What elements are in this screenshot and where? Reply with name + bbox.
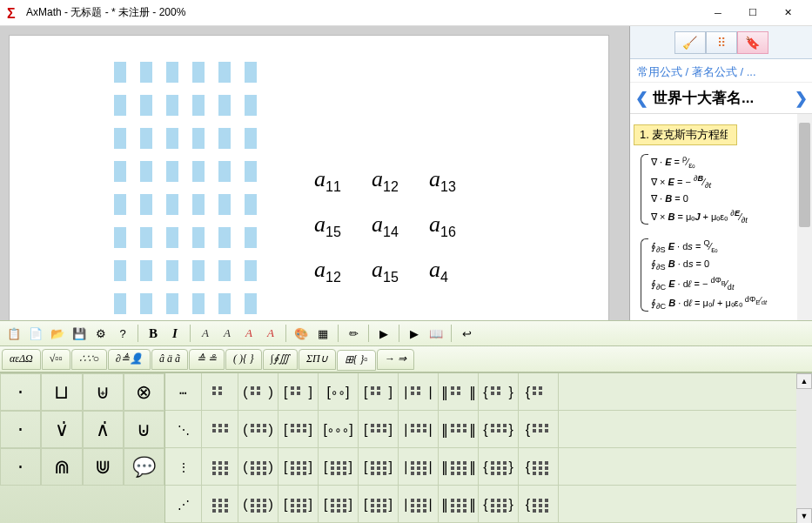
tb-btn-16[interactable]: ▦ xyxy=(312,324,333,343)
pal-cell-1-5[interactable]: [] xyxy=(359,411,399,448)
pal-cell-0-9[interactable]: { xyxy=(519,373,559,411)
palette-scrollbar[interactable]: ▲ ▼ xyxy=(796,373,812,523)
pal-cell-0-8[interactable]: {} xyxy=(479,373,519,411)
minimize-button[interactable]: ─ xyxy=(701,0,735,26)
pal-cell-2-3[interactable]: [] xyxy=(278,448,319,486)
pal-cell-1-9[interactable]: { xyxy=(519,411,559,448)
tb-btn-23[interactable]: 📖 xyxy=(426,324,446,343)
tb-btn-5[interactable]: ? xyxy=(112,324,133,343)
matrix-cell[interactable]: a12 xyxy=(372,166,399,195)
pal-cell-3-0[interactable]: ⋰ xyxy=(165,486,202,523)
pal-cell-0-1[interactable] xyxy=(202,373,238,411)
pal-cell-0-2[interactable]: () xyxy=(238,373,278,411)
pal-left-11[interactable]: 💬 xyxy=(124,448,164,486)
tab-5[interactable]: ≙ ≗ xyxy=(189,349,225,370)
pal-cell-0-7[interactable]: ‖‖ xyxy=(439,373,479,411)
pal-cell-2-0[interactable]: ⋮ xyxy=(165,448,202,486)
tab-3[interactable]: ∂≜👤 xyxy=(108,349,151,370)
pal-left-2[interactable]: ⊎ xyxy=(83,373,124,411)
matrix-cell[interactable]: a15 xyxy=(372,257,399,285)
pal-left-8[interactable]: ⋅ xyxy=(0,448,41,486)
pal-left-9[interactable]: ⋒ xyxy=(41,448,82,486)
pal-left-0[interactable]: ⋅ xyxy=(0,373,41,411)
tb-btn-8[interactable]: I xyxy=(164,324,185,343)
maxwell-int[interactable]: ∮∂S E · ds = Q⁄ε₀∮∂S B · ds = 0∮∂C E · d… xyxy=(634,237,809,312)
pal-cell-3-4[interactable]: [] xyxy=(319,486,359,523)
tb-btn-0[interactable]: 📋 xyxy=(3,324,24,343)
pal-left-5[interactable]: ∨̇ xyxy=(41,411,82,448)
pal-cell-3-7[interactable]: ‖‖ xyxy=(439,486,479,523)
matrix-cell[interactable]: a4 xyxy=(429,257,448,285)
pal-left-7[interactable]: ⊍ xyxy=(124,411,164,448)
tb-btn-18[interactable]: ✏ xyxy=(343,324,364,343)
tb-btn-25[interactable]: ↩ xyxy=(456,324,477,343)
rp-scrollbar[interactable] xyxy=(797,114,812,320)
maximize-button[interactable]: ☐ xyxy=(735,0,770,26)
tb-btn-15[interactable]: 🎨 xyxy=(291,324,312,343)
matrix-cell[interactable]: a16 xyxy=(429,211,456,240)
tab-7[interactable]: ∫∮∭ xyxy=(263,349,298,370)
pal-cell-3-6[interactable]: || xyxy=(399,486,439,523)
pal-cell-3-9[interactable]: { xyxy=(519,486,559,523)
tb-btn-1[interactable]: 📄 xyxy=(25,324,46,343)
editor-canvas[interactable]: // placeholder - marks drawn below via J… xyxy=(9,35,609,320)
pal-cell-1-0[interactable]: ⋱ xyxy=(165,411,202,448)
rp-tool-eraser[interactable]: 🧹 xyxy=(674,31,706,54)
close-button[interactable]: ✕ xyxy=(770,0,805,26)
tb-btn-11[interactable]: A xyxy=(217,324,238,343)
pal-cell-2-4[interactable]: [] xyxy=(319,448,359,486)
rp-section-1[interactable]: 1. 麦克斯韦方程组 xyxy=(634,124,737,145)
pal-left-10[interactable]: ⋓ xyxy=(83,448,124,486)
pal-cell-1-4[interactable]: [∘∘∘] xyxy=(319,411,359,448)
tab-4[interactable]: â ä ã xyxy=(151,349,188,370)
tab-2[interactable]: ∴∵○ xyxy=(71,349,107,370)
matrix-cell[interactable]: a14 xyxy=(372,211,399,240)
tb-btn-2[interactable]: 📂 xyxy=(47,324,68,343)
pal-cell-0-5[interactable]: [] xyxy=(359,373,399,411)
pal-cell-1-2[interactable]: () xyxy=(238,411,278,448)
pal-cell-2-2[interactable]: () xyxy=(238,448,278,486)
matrix-cell[interactable]: a12 xyxy=(314,257,341,285)
tb-btn-12[interactable]: A xyxy=(238,324,259,343)
pal-cell-1-6[interactable]: || xyxy=(399,411,439,448)
tb-btn-7[interactable]: B xyxy=(143,324,164,343)
pal-cell-2-7[interactable]: ‖‖ xyxy=(439,448,479,486)
tb-btn-4[interactable]: ⚙ xyxy=(91,324,111,343)
maxwell-diff[interactable]: ∇ · E = ρ⁄ε₀∇ × E = − ∂B⁄∂t∇ · B = 0∇ × … xyxy=(634,152,809,226)
tb-btn-3[interactable]: 💾 xyxy=(69,324,90,343)
tb-btn-13[interactable]: A xyxy=(260,324,281,343)
pal-cell-1-1[interactable] xyxy=(202,411,238,448)
tab-8[interactable]: ΣΠ∪ xyxy=(299,349,336,370)
tb-btn-20[interactable]: ▶ xyxy=(373,324,394,343)
rp-nav-prev[interactable]: ❮ xyxy=(634,89,649,108)
matrix-cell[interactable]: a15 xyxy=(314,211,341,240)
pal-left-4[interactable]: ⋅ xyxy=(0,411,41,448)
pal-cell-3-2[interactable]: () xyxy=(238,486,278,523)
pal-cell-1-3[interactable]: [] xyxy=(278,411,319,448)
tab-9[interactable]: ⊞{ }▫ xyxy=(337,350,376,371)
pal-cell-0-3[interactable]: [] xyxy=(278,373,319,411)
pal-left-3[interactable]: ⊗ xyxy=(124,373,164,411)
pal-cell-2-9[interactable]: { xyxy=(519,448,559,486)
pal-left-6[interactable]: ∧̇ xyxy=(83,411,124,448)
rp-nav-next[interactable]: ❯ xyxy=(793,89,809,108)
pal-cell-3-1[interactable] xyxy=(202,486,238,523)
tab-6[interactable]: ( ){ } xyxy=(225,349,262,370)
rp-tool-grid[interactable]: ⠿ xyxy=(706,31,737,54)
pal-cell-2-5[interactable]: [] xyxy=(359,448,399,486)
pal-cell-0-0[interactable]: ⋯ xyxy=(165,373,202,411)
matrix-cell[interactable]: a11 xyxy=(314,166,341,195)
pal-cell-0-4[interactable]: [∘∘] xyxy=(319,373,359,411)
tab-1[interactable]: √▫▫ xyxy=(42,349,70,370)
matrix-cell[interactable]: a13 xyxy=(429,166,456,195)
tb-btn-10[interactable]: A xyxy=(195,324,216,343)
pal-cell-3-5[interactable]: [] xyxy=(359,486,399,523)
pal-cell-2-6[interactable]: || xyxy=(399,448,439,486)
pal-left-1[interactable]: ⊔ xyxy=(41,373,82,411)
pal-cell-3-3[interactable]: [] xyxy=(278,486,319,523)
pal-cell-2-1[interactable] xyxy=(202,448,238,486)
tab-0[interactable]: αεΔΩ xyxy=(2,349,41,370)
pal-cell-0-6[interactable]: || xyxy=(399,373,439,411)
tb-btn-22[interactable]: ▶ xyxy=(404,324,425,343)
pal-cell-3-8[interactable]: {} xyxy=(479,486,519,523)
